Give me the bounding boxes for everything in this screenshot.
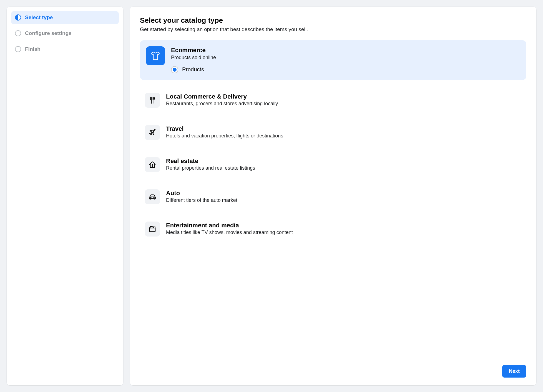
option-desc: Media titles like TV shows, movies and s… [166,230,521,235]
car-icon [145,189,160,204]
clapperboard-icon [145,222,160,237]
page-title: Select your catalog type [140,16,526,25]
step-list: Select type Configure settings Finish [11,11,119,56]
step-label: Finish [25,46,41,52]
option-title: Travel [166,125,521,133]
step-configure-settings[interactable]: Configure settings [11,27,119,40]
utensils-icon [145,93,160,108]
radio-products[interactable]: Products [171,66,520,73]
svg-point-0 [150,197,151,198]
option-travel[interactable]: Travel Hotels and vacation properties, f… [140,120,526,144]
option-title: Entertainment and media [166,222,521,229]
main-panel: Select your catalog type Get started by … [130,7,536,385]
option-desc: Rental properties and real estate listin… [166,165,521,171]
half-circle-icon [15,14,21,21]
option-desc: Different tiers of the auto market [166,197,521,203]
option-body: Ecommerce Products sold online Products [171,46,520,73]
option-ecommerce[interactable]: Ecommerce Products sold online Products [140,40,526,80]
step-finish[interactable]: Finish [11,43,119,56]
empty-circle-icon [15,30,21,36]
catalog-type-options: Ecommerce Products sold online Products [140,40,526,358]
option-title: Real estate [166,157,521,165]
option-body: Local Commerce & Delivery Restaurants, g… [166,93,521,107]
option-desc: Restaurants, grocers and stores advertis… [166,101,521,107]
option-desc: Products sold online [171,55,520,61]
option-body: Entertainment and media Media titles lik… [166,222,521,236]
option-title: Local Commerce & Delivery [166,93,521,100]
next-button[interactable]: Next [502,365,526,378]
empty-circle-icon [15,46,21,52]
tshirt-icon [146,46,165,65]
house-dollar-icon [145,157,160,172]
option-title: Ecommerce [171,46,520,54]
option-auto[interactable]: Auto Different tiers of the auto market [140,185,526,209]
option-body: Auto Different tiers of the auto market [166,189,521,203]
option-title: Auto [166,189,521,197]
radio-label: Products [182,66,204,73]
option-body: Travel Hotels and vacation properties, f… [166,125,521,139]
option-desc: Hotels and vacation properties, flights … [166,133,521,139]
option-entertainment[interactable]: Entertainment and media Media titles lik… [140,217,526,241]
svg-rect-2 [150,228,155,232]
footer: Next [140,365,526,378]
airplane-icon [145,125,160,140]
step-label: Configure settings [25,30,72,37]
option-local-commerce[interactable]: Local Commerce & Delivery Restaurants, g… [140,88,526,112]
svg-point-1 [154,197,154,198]
option-body: Real estate Rental properties and real e… [166,157,521,171]
radio-selected-icon [171,66,178,73]
sidebar: Select type Configure settings Finish [7,7,123,385]
step-select-type[interactable]: Select type [11,11,119,24]
page-subtitle: Get started by selecting an option that … [140,26,526,32]
option-real-estate[interactable]: Real estate Rental properties and real e… [140,153,526,177]
step-label: Select type [25,14,53,21]
